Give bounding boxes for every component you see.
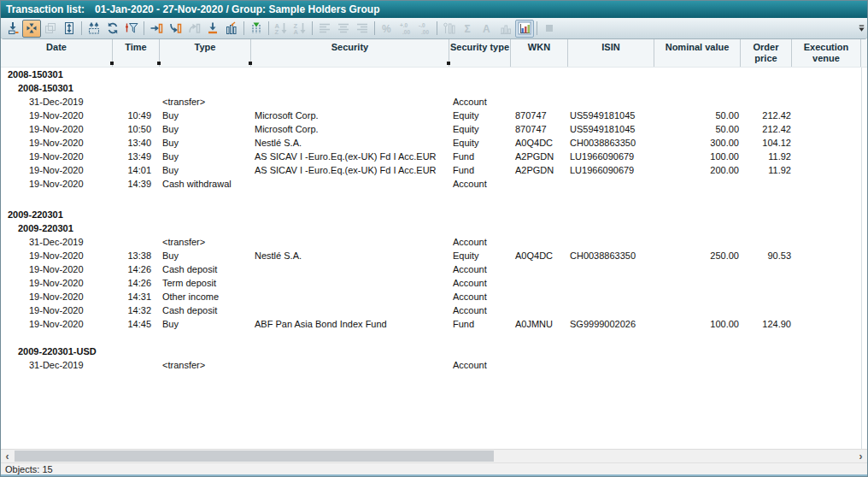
- column-header-nominal[interactable]: Nominal value: [654, 39, 741, 67]
- column-header-date[interactable]: Date: [1, 39, 113, 67]
- cell-sectype: Account: [449, 276, 511, 290]
- cell-sectype: Equity: [449, 136, 511, 150]
- cell-isin: [568, 303, 654, 317]
- horizontal-scrollbar[interactable]: ‹ ›: [1, 449, 867, 462]
- sort-asc-icon: AZ: [274, 21, 288, 35]
- scroll-right-arrow-icon[interactable]: ›: [854, 450, 867, 462]
- table-row[interactable]: 19-Nov-202014:01BuyAS SICAV I -Euro.Eq.(…: [1, 163, 867, 177]
- cell-security: Microsoft Corp.: [251, 122, 449, 136]
- column-header-wkn[interactable]: WKN: [511, 39, 568, 67]
- table-row[interactable]: 19-Nov-202013:49BuyAS SICAV I -Euro.Eq.(…: [1, 150, 867, 163]
- cell-type: <transfer>: [160, 358, 251, 372]
- insert-row-button[interactable]: [203, 20, 222, 38]
- column-marker-button[interactable]: [247, 20, 266, 38]
- table-row[interactable]: 31-Dec-2019<transfer>Account: [1, 235, 867, 249]
- cell-date: 19-Nov-2020: [1, 150, 113, 163]
- cell-price: [741, 95, 792, 109]
- chart-button[interactable]: [515, 20, 534, 38]
- table-row[interactable]: 19-Nov-202014:26Term depositAccount: [1, 276, 867, 290]
- toolbar-separator: [268, 21, 269, 35]
- cell-wkn: [511, 290, 568, 303]
- chart-colored-icon: [518, 21, 531, 35]
- window-title-label: Transaction list:: [6, 3, 85, 15]
- cell-price: [741, 276, 792, 290]
- column-header-time[interactable]: Time: [113, 39, 160, 67]
- toolbar: AZZA%+.0.00-.0.00ΣA: [1, 18, 867, 39]
- table-row[interactable]: 19-Nov-202010:49BuyMicrosoft Corp.Equity…: [1, 109, 867, 122]
- cell-isin: [568, 358, 654, 372]
- insert-col-down-icon: [168, 21, 182, 35]
- table-row[interactable]: 31-Dec-2019<transfer>Account: [1, 95, 867, 109]
- group-row[interactable]: 2009-220301: [1, 221, 867, 235]
- cell-date: 19-Nov-2020: [1, 276, 113, 290]
- column-options-button: [440, 20, 459, 38]
- new-view-button[interactable]: [85, 20, 103, 38]
- column-header-venue[interactable]: Execution venue: [792, 39, 861, 67]
- scroll-left-arrow-icon[interactable]: ‹: [1, 450, 14, 462]
- column-header-label: WKN: [528, 42, 550, 67]
- cell-security: Nestlé S.A.: [251, 136, 449, 150]
- column-header-label: Security type: [450, 42, 509, 67]
- column-header-security[interactable]: Security: [251, 39, 449, 67]
- group-row[interactable]: 2009-220301: [1, 208, 867, 221]
- insert-column-down-button[interactable]: [166, 20, 185, 38]
- svg-text:.00: .00: [402, 29, 410, 35]
- scrollbar-thumb[interactable]: [15, 450, 494, 462]
- toolbar-overflow-button[interactable]: [857, 21, 866, 36]
- insert-col-right-icon: [150, 21, 163, 35]
- filter-button[interactable]: [122, 20, 141, 38]
- window-title-value: 01-Jan-2020 - 27-Nov-2020 / Group: Sampl…: [95, 3, 379, 15]
- cell-nominal: [654, 290, 741, 303]
- cell-isin: [568, 290, 654, 303]
- insert-column-right-button[interactable]: [147, 20, 166, 38]
- table-row[interactable]: 19-Nov-202014:31Other incomeAccount: [1, 290, 867, 303]
- cell-isin: LU1966090679: [568, 163, 654, 177]
- cell-wkn: 870747: [511, 109, 568, 122]
- table-row[interactable]: 19-Nov-202014:26Cash depositAccount: [1, 262, 867, 276]
- cell-price: 104.12: [741, 136, 792, 150]
- column-header-label: Security: [331, 42, 368, 67]
- table-row[interactable]: 19-Nov-202010:50BuyMicrosoft Corp.Equity…: [1, 122, 867, 136]
- column-header-isin[interactable]: ISIN: [568, 39, 654, 67]
- sigma-icon: Σ: [461, 21, 475, 35]
- table-row[interactable]: 19-Nov-202013:38BuyNestlé S.A.EquityA0Q4…: [1, 249, 867, 262]
- import-columns-button[interactable]: [222, 20, 241, 38]
- cell-nominal: [654, 235, 741, 249]
- table-row[interactable]: 19-Nov-202013:40BuyNestlé S.A.EquityA0Q4…: [1, 136, 867, 150]
- column-header-price[interactable]: Order price: [741, 39, 792, 67]
- cell-isin: LU1966090679: [568, 150, 654, 163]
- cell-venue: [792, 249, 861, 262]
- refresh-button[interactable]: [103, 20, 122, 38]
- export-button[interactable]: [3, 20, 22, 38]
- column-header-label: ISIN: [601, 42, 619, 67]
- expand-rows-button[interactable]: [60, 20, 79, 38]
- cell-security: [251, 303, 449, 317]
- column-header-type[interactable]: Type: [160, 39, 251, 67]
- fit-view-button[interactable]: [22, 20, 41, 38]
- decrease-decimal-icon: -.0.00: [418, 21, 431, 35]
- table-row[interactable]: 19-Nov-202014:45BuyABF Pan Asia Bond Ind…: [1, 317, 867, 331]
- cell-time: 14:26: [113, 262, 160, 276]
- histogram-icon: [499, 21, 513, 35]
- column-header-sectype[interactable]: Security type: [449, 39, 511, 67]
- cell-price: 124.90: [741, 317, 792, 331]
- table-row[interactable]: 19-Nov-202014:39Cash withdrawalAccount: [1, 177, 867, 191]
- cell-time: 13:49: [113, 150, 160, 163]
- table-row[interactable]: 31-Dec-2019<transfer>Account: [1, 358, 867, 372]
- cell-price: [741, 262, 792, 276]
- stop-square-icon: [542, 21, 556, 35]
- column-header-label: Type: [195, 42, 216, 67]
- cell-date: 19-Nov-2020: [1, 249, 113, 262]
- align-left-icon: [318, 21, 331, 35]
- group-row[interactable]: 2008-150301: [1, 68, 867, 81]
- cell-wkn: [511, 303, 568, 317]
- table-row[interactable]: 19-Nov-202014:32Cash depositAccount: [1, 303, 867, 317]
- cell-isin: SG9999002026: [568, 317, 654, 331]
- cell-type: Buy: [160, 109, 251, 122]
- cell-price: 90.53: [741, 249, 792, 262]
- group-row[interactable]: 2008-150301: [1, 81, 867, 95]
- group-row[interactable]: 2009-220301-USD: [1, 344, 867, 358]
- cell-time: 14:39: [113, 177, 160, 191]
- transaction-list-window: Transaction list: 01-Jan-2020 - 27-Nov-2…: [0, 0, 868, 477]
- cell-venue: [792, 317, 861, 331]
